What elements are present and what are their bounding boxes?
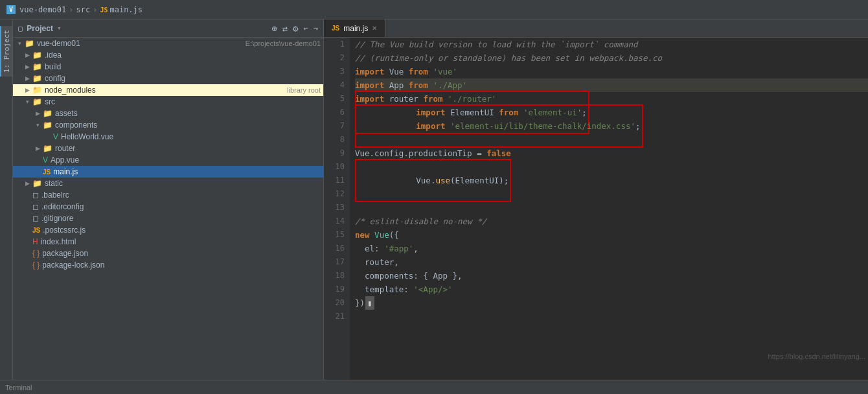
left-edge-panel: 1: Project xyxy=(0,19,13,380)
tree-arrow: ▶ xyxy=(34,110,41,117)
sidebar-icon-settings[interactable]: ⚙ xyxy=(293,23,298,34)
tab-close-button[interactable]: ✕ xyxy=(372,25,377,32)
tree-label: router xyxy=(55,144,321,153)
code-line-19: template: '<App/>' xyxy=(355,283,868,296)
code-editor[interactable]: 12345 678910 1112131415 1617181920 21 //… xyxy=(324,38,868,380)
breadcrumb-project: vue-demo01 xyxy=(19,5,66,14)
project-panel-tab[interactable]: 1: Project xyxy=(0,26,12,76)
code-line-15: new Vue({ xyxy=(355,228,868,242)
folder-icon: 📁 xyxy=(25,39,34,48)
tree-item-idea[interactable]: ▶ 📁 .idea xyxy=(13,49,323,61)
tree-sublabel-library: library root xyxy=(287,86,321,94)
tree-item-config[interactable]: ▶ 📁 config xyxy=(13,73,323,84)
sidebar-title: Project xyxy=(27,24,53,33)
tree-item-node-modules[interactable]: ▶ 📁 node_modules library root xyxy=(13,84,323,96)
json-file-icon: { } xyxy=(32,249,40,258)
title-bar: V vue-demo01 › src › JSmain.js xyxy=(0,0,868,19)
tree-label: node_modules xyxy=(45,86,283,95)
tree-sublabel: E:\projects\vue-demo01 xyxy=(246,40,321,47)
code-line-9: Vue.config.productionTip = false xyxy=(355,146,868,160)
tree-label: .gitignore xyxy=(41,214,321,223)
tree-item-index-html[interactable]: ▶ H index.html xyxy=(13,236,323,248)
code-line-2: // (runtime-only or standalone) has been… xyxy=(355,51,868,65)
tree-item-router[interactable]: ▶ 📁 router xyxy=(13,143,323,154)
tree-label: main.js xyxy=(53,167,321,176)
code-line-3: import Vue from 'vue' xyxy=(355,65,868,78)
breadcrumb-file: JSmain.js xyxy=(100,5,143,14)
sidebar-header: ▢ Project ▾ ⊕ ⇄ ⚙ ← → xyxy=(13,19,323,38)
folder-icon: 📁 xyxy=(43,109,52,118)
code-line-21 xyxy=(355,310,868,323)
sidebar-dropdown-arrow[interactable]: ▾ xyxy=(57,24,62,32)
code-line-7: import 'element-ui/lib/theme-chalk/index… xyxy=(355,119,868,133)
tree-label: HelloWorld.vue xyxy=(61,132,321,141)
tree-label: config xyxy=(45,74,321,83)
editor-tab-main-js[interactable]: JS main.js ✕ xyxy=(324,19,385,37)
tree-label: static xyxy=(45,179,321,188)
code-line-17: router, xyxy=(355,255,868,269)
tree-label: App.vue xyxy=(51,156,321,165)
tree-item-assets[interactable]: ▶ 📁 assets xyxy=(13,108,323,119)
sidebar-icon-sort[interactable]: ⇄ xyxy=(282,23,288,34)
code-line-20: })▮ xyxy=(355,296,868,310)
tree-item-helloworld[interactable]: ▶ V HelloWorld.vue xyxy=(13,131,323,143)
tree-item-src[interactable]: ▾ 📁 src xyxy=(13,96,323,108)
code-line-16: el: '#app', xyxy=(355,242,868,255)
tree-item-main-js[interactable]: ▶ JS main.js xyxy=(13,166,323,178)
tree-item-vue-demo01[interactable]: ▾ 📁 vue-demo01 E:\projects\vue-demo01 xyxy=(13,38,323,49)
tree-label: assets xyxy=(55,109,321,118)
code-line-13 xyxy=(355,201,868,214)
tree-arrow: ▶ xyxy=(23,86,31,94)
tree-item-gitignore[interactable]: ▶ ◻ .gitignore xyxy=(13,213,323,224)
tab-js-icon: JS xyxy=(332,25,339,32)
sidebar-tree: ▾ 📁 vue-demo01 E:\projects\vue-demo01 ▶ … xyxy=(13,38,323,380)
tree-arrow: ▶ xyxy=(23,180,31,187)
folder-icon: 📁 xyxy=(32,179,42,188)
tree-item-static[interactable]: ▶ 📁 static xyxy=(13,178,323,189)
tree-label: .idea xyxy=(45,51,321,60)
folder-icon: 📁 xyxy=(32,97,42,106)
tree-item-editorconfig[interactable]: ▶ ◻ .editorconfig xyxy=(13,201,323,213)
js-file-icon: JS xyxy=(43,168,51,176)
watermark: https://blog.csdn.net/lilinyang... xyxy=(766,351,868,362)
tree-item-package-lock[interactable]: ▶ { } package-lock.json xyxy=(13,259,323,271)
tree-arrow: ▶ xyxy=(23,51,31,59)
tree-arrow: ▶ xyxy=(23,63,31,71)
tree-item-app-vue[interactable]: ▶ V App.vue xyxy=(13,154,323,166)
vue-file-icon: V xyxy=(53,132,58,141)
status-bar: Terminal xyxy=(0,380,868,394)
tree-item-components[interactable]: ▾ 📁 components xyxy=(13,119,323,131)
sidebar-icon-locate[interactable]: ⊕ xyxy=(271,23,277,34)
code-line-4: import App from './App' xyxy=(355,78,868,92)
code-lines: // The Vue build version to load with th… xyxy=(350,38,868,380)
tree-arrow: ▾ xyxy=(23,98,31,106)
folder-icon: 📁 xyxy=(32,51,42,60)
tree-label: vue-demo01 xyxy=(37,39,242,48)
tree-arrow: ▶ xyxy=(23,75,31,82)
tree-arrow: ▶ xyxy=(34,145,41,152)
js-file-icon: JS xyxy=(32,227,40,234)
code-line-11: Vue.use(ElementUI); xyxy=(355,174,868,187)
folder-icon: 📁 xyxy=(32,86,42,95)
tree-item-build[interactable]: ▶ 📁 build xyxy=(13,61,323,73)
folder-icon: 📁 xyxy=(32,74,42,83)
sidebar-icon-expand[interactable]: → xyxy=(314,24,318,33)
code-line-14: /* eslint-disable no-new */ xyxy=(355,214,868,228)
tree-item-postcssrc[interactable]: ▶ JS .postcssrc.js xyxy=(13,224,323,236)
tree-item-package-json[interactable]: ▶ { } package.json xyxy=(13,248,323,259)
folder-icon: 📁 xyxy=(43,144,52,153)
status-left: Terminal xyxy=(5,384,32,391)
html-file-icon: H xyxy=(32,237,38,246)
tree-label: build xyxy=(45,62,321,71)
folder-icon: 📁 xyxy=(32,62,42,71)
sidebar-icon-collapse[interactable]: ← xyxy=(304,24,308,33)
tree-item-babelrc[interactable]: ▶ ◻ .babelrc xyxy=(13,189,323,201)
vue-file-icon: V xyxy=(43,156,48,165)
code-line-1: // The Vue build version to load with th… xyxy=(355,38,868,51)
tree-label: .editorconfig xyxy=(41,202,321,211)
sidebar-project-icon: ▢ xyxy=(18,24,23,33)
generic-file-icon: ◻ xyxy=(32,191,39,200)
editor-area: JS main.js ✕ 12345 678910 1112131415 161… xyxy=(324,19,868,380)
sidebar: ▢ Project ▾ ⊕ ⇄ ⚙ ← → ▾ 📁 vue-demo01 E:\… xyxy=(13,19,324,380)
tree-label: package-lock.json xyxy=(42,261,321,270)
